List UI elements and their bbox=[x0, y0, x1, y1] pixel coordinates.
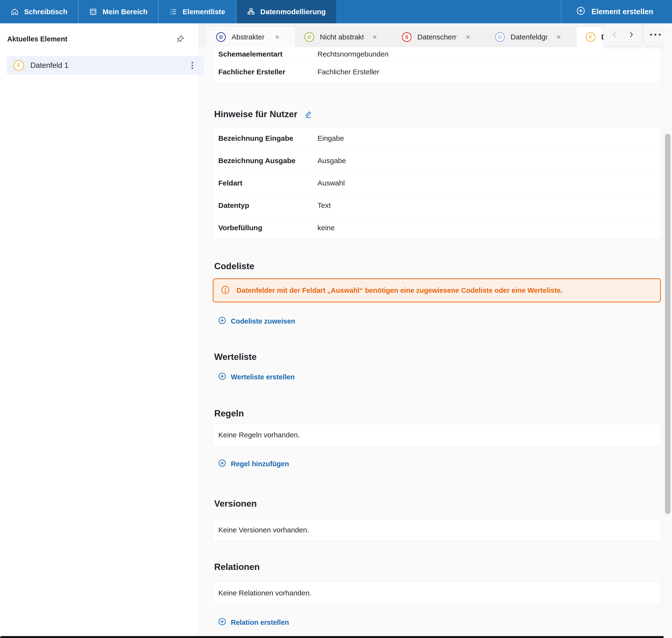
tab-label: Nicht abstrakt... bbox=[320, 33, 363, 41]
nav-item-label: Schreibtisch bbox=[24, 8, 67, 16]
row-value: Text bbox=[317, 201, 331, 209]
section-title-regeln: Regeln bbox=[214, 408, 661, 419]
plus-circle-icon bbox=[218, 459, 227, 469]
document-badge-icon: D bbox=[305, 32, 314, 42]
link-label: Regel hinzufügen bbox=[231, 460, 289, 468]
tab-abstrakter-dokument[interactable]: D Abstrakter Do... bbox=[207, 27, 295, 47]
section-title-text: Codeliste bbox=[214, 261, 255, 272]
table-row: Bezeichnung Eingabe Eingabe bbox=[213, 127, 661, 149]
tab-label: Datenschema ... bbox=[417, 33, 457, 41]
window-bottom-edge bbox=[0, 636, 664, 638]
row-value: Auswahl bbox=[317, 179, 345, 187]
datenfeld-badge-icon: F bbox=[14, 60, 24, 71]
tab-more-panel bbox=[644, 23, 664, 46]
table-row: Fachlicher Ersteller Fachlicher Erstelle… bbox=[213, 61, 661, 83]
row-label: Feldart bbox=[218, 179, 317, 187]
app-window: Schreibtisch Mein Bereich Elementliste D… bbox=[0, 0, 672, 638]
workspace-icon bbox=[89, 8, 97, 16]
warning-text: Datenfelder mit der Feldart „Auswahl“ be… bbox=[236, 287, 563, 295]
close-icon[interactable] bbox=[464, 33, 472, 41]
row-label: Schemaelementart bbox=[218, 50, 317, 58]
sidebar-header: Aktuelles Element bbox=[0, 23, 198, 44]
section-title-hinweise: Hinweise für Nutzer bbox=[214, 109, 661, 120]
scrollbar-thumb[interactable] bbox=[665, 134, 671, 514]
plus-circle-icon bbox=[218, 372, 227, 382]
hierarchy-icon bbox=[247, 8, 255, 16]
warning-icon bbox=[221, 285, 230, 296]
create-werteliste-link[interactable]: Werteliste erstellen bbox=[213, 373, 295, 381]
nav-item-label: Elementliste bbox=[183, 8, 225, 16]
row-value: keine bbox=[317, 224, 335, 232]
top-navigation: Schreibtisch Mein Bereich Elementliste D… bbox=[0, 0, 672, 23]
list-icon bbox=[169, 8, 177, 16]
tab-datenfeldgruppe[interactable]: G Datenfeldgrup... bbox=[486, 27, 576, 47]
table-row: Vorbefüllung keine bbox=[213, 217, 661, 239]
table-row: Feldart Auswahl bbox=[213, 172, 661, 194]
section-title-text: Relationen bbox=[214, 562, 260, 572]
pin-icon[interactable] bbox=[176, 34, 185, 44]
plus-circle-icon bbox=[576, 6, 586, 18]
row-value: Ausgabe bbox=[317, 157, 346, 165]
document-badge-icon: D bbox=[216, 32, 226, 42]
add-regel-link[interactable]: Regel hinzufügen bbox=[213, 459, 289, 468]
plus-circle-icon bbox=[218, 617, 227, 628]
versionen-empty-box: Keine Versionen vorhanden. bbox=[213, 519, 661, 541]
element-properties-card: Schemaelementart Rechtsnormgebunden Fach… bbox=[213, 47, 661, 83]
nav-item-label: Datenmodellierung bbox=[260, 8, 326, 16]
kebab-menu-icon[interactable] bbox=[187, 59, 197, 72]
current-element-item[interactable]: F Datenfeld 1 bbox=[7, 56, 203, 75]
nav-item-schreibtisch[interactable]: Schreibtisch bbox=[0, 0, 79, 23]
chevron-right-icon[interactable] bbox=[625, 29, 637, 40]
assign-codeliste-link[interactable]: Codeliste zuweisen bbox=[213, 317, 295, 325]
empty-state-text: Keine Relationen vorhanden. bbox=[218, 589, 311, 597]
section-title-text: Regeln bbox=[214, 408, 244, 419]
row-value: Fachlicher Ersteller bbox=[317, 68, 379, 76]
section-title-relationen: Relationen bbox=[214, 562, 661, 572]
section-title-text: Werteliste bbox=[214, 352, 257, 362]
section-title-text: Versionen bbox=[214, 499, 257, 509]
detail-scroll-area: Schemaelementart Rechtsnormgebunden Fach… bbox=[199, 47, 664, 636]
tab-datenschema[interactable]: S Datenschema ... bbox=[393, 27, 486, 47]
datenfeld-badge-icon: F bbox=[586, 32, 595, 42]
group-badge-icon: G bbox=[495, 32, 505, 42]
tab-scroll-controls bbox=[604, 23, 642, 46]
main-content: D Abstrakter Do... D Nicht abstrakt... S… bbox=[199, 23, 664, 638]
plus-circle-icon bbox=[218, 316, 227, 326]
edit-pencil-icon[interactable] bbox=[304, 110, 313, 119]
scrollbar-track[interactable] bbox=[663, 23, 672, 638]
tab-nicht-abstrakt[interactable]: D Nicht abstrakt... bbox=[295, 27, 392, 47]
sidebar-title: Aktuelles Element bbox=[7, 35, 67, 43]
close-icon[interactable] bbox=[371, 33, 379, 41]
close-icon[interactable] bbox=[273, 33, 281, 41]
schema-badge-icon: S bbox=[402, 32, 412, 42]
tab-bar: D Abstrakter Do... D Nicht abstrakt... S… bbox=[199, 23, 664, 47]
nav-item-mein-bereich[interactable]: Mein Bereich bbox=[79, 0, 159, 23]
nav-item-label: Mein Bereich bbox=[102, 8, 148, 16]
empty-state-text: Keine Regeln vorhanden. bbox=[218, 431, 300, 439]
link-label: Relation erstellen bbox=[231, 619, 289, 626]
section-title-versionen: Versionen bbox=[214, 499, 661, 509]
create-element-label: Element erstellen bbox=[591, 7, 653, 16]
chevron-left-icon[interactable] bbox=[609, 29, 620, 40]
ellipsis-icon[interactable] bbox=[649, 32, 662, 37]
link-label: Werteliste erstellen bbox=[231, 373, 295, 381]
row-label: Datentyp bbox=[218, 201, 317, 209]
home-icon bbox=[11, 8, 19, 16]
section-title-text: Hinweise für Nutzer bbox=[214, 109, 297, 120]
link-label: Codeliste zuweisen bbox=[231, 317, 295, 325]
create-element-button[interactable]: Element erstellen bbox=[561, 0, 672, 23]
tab-label: Abstrakter Do... bbox=[231, 33, 266, 41]
table-row: Datentyp Text bbox=[213, 194, 661, 217]
table-row: Schemaelementart Rechtsnormgebunden bbox=[213, 47, 661, 61]
nav-item-datenmodellierung[interactable]: Datenmodellierung bbox=[236, 0, 337, 23]
current-element-label: Datenfeld 1 bbox=[30, 61, 187, 70]
table-row: Bezeichnung Ausgabe Ausgabe bbox=[213, 149, 661, 172]
empty-state-text: Keine Versionen vorhanden. bbox=[218, 526, 309, 534]
close-icon[interactable] bbox=[555, 33, 563, 41]
hinweise-table-card: Bezeichnung Eingabe Eingabe Bezeichnung … bbox=[213, 127, 661, 239]
create-relation-link[interactable]: Relation erstellen bbox=[213, 618, 289, 627]
section-title-codeliste: Codeliste bbox=[214, 261, 661, 272]
row-label: Bezeichnung Eingabe bbox=[218, 134, 317, 142]
nav-spacer bbox=[336, 0, 561, 23]
nav-item-elementliste[interactable]: Elementliste bbox=[159, 0, 236, 23]
